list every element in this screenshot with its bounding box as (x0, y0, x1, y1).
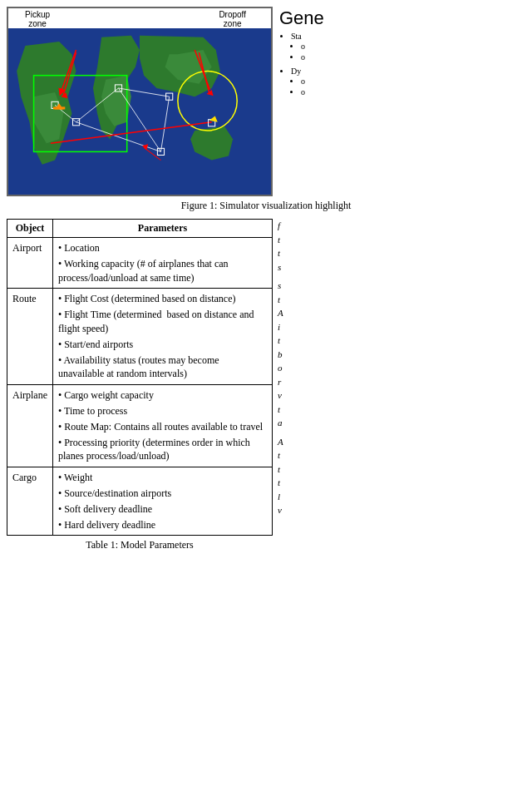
param-route-3: Start/end airports (58, 337, 267, 353)
table-row: Airplane Cargo weight capacity Time to p… (7, 385, 273, 467)
right-panel-title: Gene (279, 8, 522, 28)
param-cargo-2: Source/destination airports (58, 486, 267, 502)
right-panel-subitem-2-2: o (301, 87, 522, 96)
param-route-2: Flight Time (determined based on distanc… (58, 307, 267, 337)
dropoff-label: Dropoffzone (219, 10, 246, 28)
right-body-text: ftts stAitborvta Atttlv (276, 219, 525, 553)
table-row: Route Flight Cost (determined based on d… (7, 289, 273, 385)
map-container: Pickupzone Dropoffzone (7, 7, 273, 196)
svg-rect-17 (53, 106, 65, 109)
object-cargo: Cargo (7, 467, 53, 536)
figure-caption: Figure 1: Simulator visualization highli… (0, 196, 532, 219)
map-visual (8, 28, 271, 195)
param-airplane-1: Cargo weight capacity (58, 388, 267, 403)
table-caption: Table 1: Model Parameters (7, 536, 273, 553)
param-airport-2: Working capacity (# of airplanes that ca… (58, 256, 267, 286)
object-airplane: Airplane (7, 385, 53, 467)
params-airport: Location Working capacity (# of airplane… (52, 238, 272, 289)
table-row: Airport Location Working capacity (# of … (7, 238, 273, 289)
figure-area: Pickupzone Dropoffzone (0, 0, 532, 196)
param-airplane-3: Route Map: Contains all routes available… (58, 419, 267, 435)
pickup-label: Pickupzone (25, 10, 50, 28)
param-cargo-1: Weight (58, 470, 267, 486)
param-route-1: Flight Cost (determined based on distanc… (58, 291, 267, 307)
object-route: Route (7, 289, 53, 385)
params-table: Object Parameters Airport Location Worki… (7, 219, 273, 536)
right-panel-subitem-2-1: o (301, 77, 522, 86)
table-row: Cargo Weight Source/destination airports… (7, 467, 273, 536)
col-header-object: Object (7, 220, 53, 238)
object-airport: Airport (7, 238, 53, 289)
param-airplane-2: Time to process (58, 403, 267, 419)
right-panel-item-2: Dy o o (291, 67, 522, 96)
param-cargo-4: Hard delivery deadline (58, 517, 267, 533)
params-table-area: Object Parameters Airport Location Worki… (7, 219, 273, 553)
right-panel-item-1: Sta o o (291, 32, 522, 62)
right-panel-subitem-1-2: o (301, 52, 522, 62)
right-panel-subitem-1-1: o (301, 42, 522, 51)
params-route: Flight Cost (determined based on distanc… (52, 289, 272, 385)
param-airplane-4: Processing priority (determines order in… (58, 435, 267, 465)
right-text-para-2: stAitborvta (278, 279, 524, 430)
param-airport-1: Location (58, 240, 267, 256)
col-header-parameters: Parameters (52, 220, 272, 238)
param-route-4: Availability status (routes may become u… (58, 353, 267, 383)
main-content: Object Parameters Airport Location Worki… (0, 219, 532, 560)
right-panel: Gene Sta o o Dy o o (276, 7, 525, 196)
params-airplane: Cargo weight capacity Time to process Ro… (52, 385, 272, 467)
right-text-para-3: Atttlv (278, 435, 524, 517)
params-cargo: Weight Source/destination airports Soft … (52, 467, 272, 536)
right-text-para-1: ftts (278, 219, 524, 274)
param-cargo-3: Soft delivery deadline (58, 502, 267, 517)
